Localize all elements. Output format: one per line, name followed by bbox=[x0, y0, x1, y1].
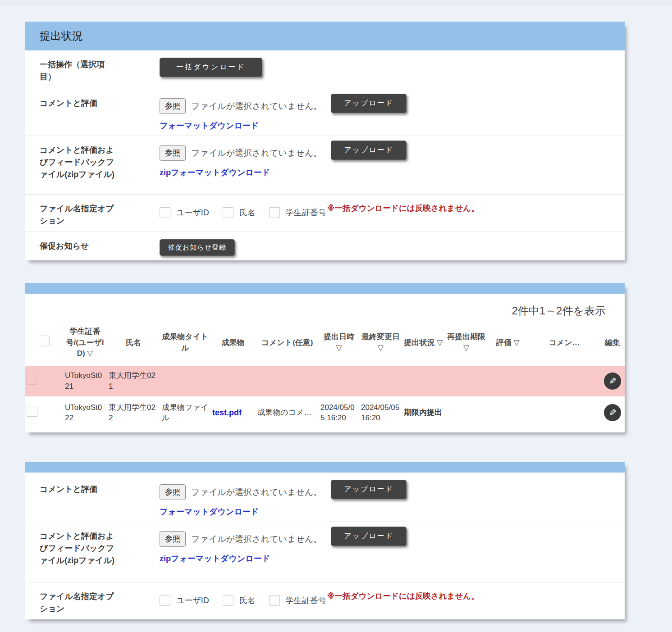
filename-option-label: ファイル名指定オプション bbox=[40, 202, 114, 227]
filename-option-row: ファイル名指定オプション ユーザID 氏名 学生証番号 ※一括ダウンロードには反… bbox=[25, 194, 625, 232]
last-modified-cell: 2024/05/05 16:20 bbox=[359, 397, 402, 428]
col-teacher-comment: コメン… bbox=[528, 320, 600, 366]
comment-eval-zip-label: コメントと評価およびフィードバックファイル(zipファイル) bbox=[40, 529, 114, 567]
format-download-link[interactable]: フォーマットダウンロード bbox=[160, 506, 259, 517]
student-id-checkbox[interactable] bbox=[269, 595, 280, 606]
edit-button[interactable]: ✎ bbox=[604, 404, 621, 421]
deliverable-cell bbox=[210, 366, 256, 397]
reminder-register-button[interactable]: 催促お知らせ登録 bbox=[160, 239, 235, 256]
resubmit-limit-cell bbox=[445, 366, 488, 397]
upload-button[interactable]: アップロード bbox=[331, 141, 407, 160]
deliverable-title-cell bbox=[160, 366, 210, 397]
col-last-modified[interactable]: 最終変更日 ▽ bbox=[359, 320, 402, 366]
comment-eval-label: コメントと評価 bbox=[40, 482, 114, 496]
page-top-strip bbox=[0, 0, 672, 5]
last-modified-cell bbox=[359, 366, 402, 397]
deliverable-title-cell: 成果物ファイル bbox=[160, 397, 210, 428]
filename-option-label: ファイル名指定オプション bbox=[40, 590, 114, 615]
bulk-download-note: ※一括ダウンロードには反映されません。 bbox=[327, 591, 479, 601]
comment-eval-label: コメントと評価 bbox=[40, 96, 114, 109]
student-id-cell: UTokyoSt022 bbox=[63, 397, 107, 428]
bottom-panel-header-bar bbox=[25, 462, 625, 473]
status-cell bbox=[402, 366, 445, 397]
deliverable-file-link[interactable]: test.pdf bbox=[212, 408, 242, 417]
table-header-row: 学生証番号/(ユーザID) ▽ 氏名 成果物タイトル 成果物 コメント(任意) … bbox=[25, 320, 625, 366]
teacher-comment-cell bbox=[528, 397, 600, 428]
result-count: 2件中1～2件を表示 bbox=[25, 294, 625, 320]
user-id-checkbox[interactable] bbox=[160, 595, 170, 606]
name-cell: 東大用学生021 bbox=[107, 366, 160, 397]
col-deliverable-title: 成果物タイトル bbox=[160, 320, 210, 366]
no-file-text: ファイルが選択されていません。 bbox=[191, 147, 322, 159]
no-file-text: ファイルが選択されていません。 bbox=[191, 487, 322, 498]
name-checkbox[interactable] bbox=[223, 595, 233, 606]
bulk-download-note: ※一括ダウンロードには反映されません。 bbox=[327, 203, 479, 214]
submitted-at-cell bbox=[319, 366, 359, 397]
comment-cell bbox=[256, 366, 319, 397]
student-id-cell: UTokyoSt021 bbox=[63, 366, 107, 397]
col-deliverable: 成果物 bbox=[210, 320, 256, 366]
row-checkbox[interactable] bbox=[27, 374, 37, 385]
edit-button[interactable]: ✎ bbox=[604, 373, 621, 390]
table-row: UTokyoSt021 東大用学生021 ✎ bbox=[25, 366, 625, 397]
user-id-checkbox-label: ユーザID bbox=[176, 595, 209, 606]
comment-eval-zip-label: コメントと評価およびフィードバックファイル(zipファイル) bbox=[40, 143, 114, 181]
bulk-download-button[interactable]: 一括ダウンロード bbox=[160, 58, 262, 77]
panel-header: 提出状況 bbox=[25, 22, 625, 50]
name-checkbox-label: 氏名 bbox=[239, 595, 256, 606]
user-id-checkbox[interactable] bbox=[160, 207, 170, 218]
bulk-operation-row: 一括操作（選択項目） 一括ダウンロード bbox=[25, 50, 625, 89]
filename-option-row: ファイル名指定オプション ユーザID 氏名 学生証番号 ※一括ダウンロードには反… bbox=[25, 582, 625, 619]
edit-icon: ✎ bbox=[609, 377, 617, 386]
zip-format-download-link[interactable]: zipフォーマットダウンロード bbox=[160, 553, 270, 564]
browse-button[interactable]: 参照 bbox=[160, 531, 186, 547]
user-id-checkbox-label: ユーザID bbox=[176, 207, 209, 218]
resubmit-limit-cell bbox=[445, 397, 488, 428]
panel-title: 提出状況 bbox=[40, 29, 83, 43]
name-checkbox[interactable] bbox=[223, 207, 233, 218]
grade-cell bbox=[488, 397, 528, 428]
browse-button[interactable]: 参照 bbox=[160, 145, 186, 161]
col-grade[interactable]: 評価 ▽ bbox=[488, 320, 528, 366]
submission-table-panel: 2件中1～2件を表示 学生証番号/(ユーザID) ▽ 氏名 成果物タイトル 成果… bbox=[25, 283, 625, 432]
bulk-operation-label: 一括操作（選択項目） bbox=[40, 58, 114, 83]
comment-eval-zip-row: コメントと評価およびフィードバックファイル(zipファイル) 参照 ファイルが選… bbox=[25, 522, 625, 582]
col-edit: 編集 bbox=[600, 320, 625, 366]
format-download-link[interactable]: フォーマットダウンロード bbox=[160, 120, 259, 131]
comment-eval-row: コメントと評価 参照 ファイルが選択されていません。 アップロード フォーマット… bbox=[25, 473, 625, 522]
reminder-row: 催促お知らせ 催促お知らせ登録 bbox=[25, 232, 625, 260]
no-file-text: ファイルが選択されていません。 bbox=[191, 100, 322, 112]
student-id-checkbox-label: 学生証番号 bbox=[286, 595, 326, 606]
name-checkbox-label: 氏名 bbox=[239, 207, 256, 218]
zip-format-download-link[interactable]: zipフォーマットダウンロード bbox=[160, 167, 270, 178]
col-resubmit-limit[interactable]: 再提出期限 ▽ bbox=[445, 320, 488, 366]
student-id-checkbox[interactable] bbox=[269, 207, 280, 218]
status-cell: 期限内提出 bbox=[402, 397, 445, 428]
comment-eval-zip-row: コメントと評価およびフィードバックファイル(zipファイル) 参照 ファイルが選… bbox=[25, 136, 625, 194]
select-all-checkbox[interactable] bbox=[39, 336, 50, 346]
reminder-label: 催促お知らせ bbox=[40, 239, 114, 252]
col-student-id[interactable]: 学生証番号/(ユーザID) ▽ bbox=[63, 320, 107, 366]
table-row: UTokyoSt022 東大用学生022 成果物ファイル test.pdf 成果… bbox=[25, 397, 625, 428]
col-comment: コメント(任意) bbox=[256, 320, 319, 366]
teacher-comment-cell bbox=[528, 366, 600, 397]
submitted-at-cell: 2024/05/05 16:20 bbox=[319, 397, 359, 428]
upload-button[interactable]: アップロード bbox=[331, 94, 407, 113]
col-name: 氏名 bbox=[107, 320, 160, 366]
student-id-checkbox-label: 学生証番号 bbox=[286, 207, 326, 218]
upload-button[interactable]: アップロード bbox=[331, 480, 407, 499]
bottom-upload-panel: コメントと評価 参照 ファイルが選択されていません。 アップロード フォーマット… bbox=[25, 462, 625, 619]
grade-cell bbox=[488, 366, 528, 397]
table-panel-header-bar bbox=[25, 283, 625, 294]
comment-cell: 成果物のコメ… bbox=[256, 397, 319, 428]
col-submitted-at[interactable]: 提出日時 ▽ bbox=[319, 320, 359, 366]
col-status[interactable]: 提出状況 ▽ bbox=[402, 320, 445, 366]
row-checkbox[interactable] bbox=[27, 406, 37, 417]
browse-button[interactable]: 参照 bbox=[160, 484, 186, 500]
submission-status-panel: 提出状況 一括操作（選択項目） 一括ダウンロード コメントと評価 参照 ファイル… bbox=[25, 22, 625, 260]
no-file-text: ファイルが選択されていません。 bbox=[191, 533, 322, 545]
comment-eval-row: コメントと評価 参照 ファイルが選択されていません。 アップロード フォーマット… bbox=[25, 89, 625, 136]
browse-button[interactable]: 参照 bbox=[160, 98, 186, 114]
upload-button[interactable]: アップロード bbox=[331, 527, 407, 546]
name-cell: 東大用学生022 bbox=[107, 397, 160, 428]
